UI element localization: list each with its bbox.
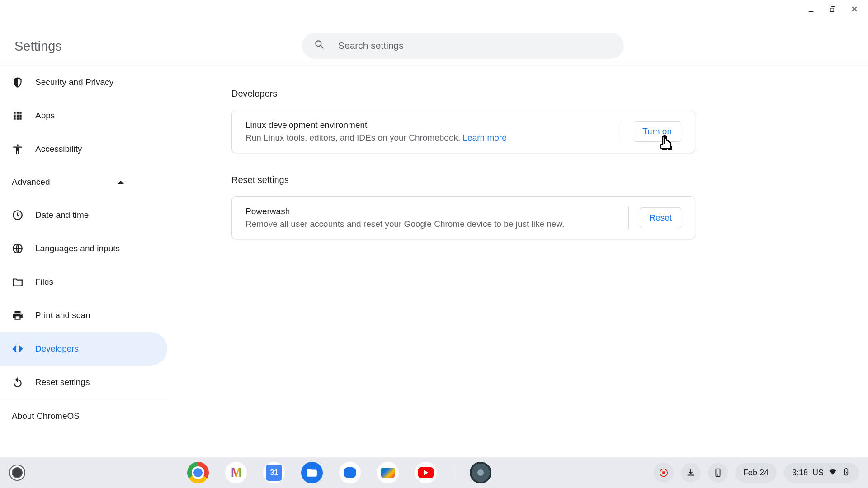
accessibility-icon bbox=[12, 143, 24, 155]
shelf-app-chrome[interactable] bbox=[187, 462, 209, 483]
shelf-app-files[interactable] bbox=[301, 462, 323, 483]
battery-icon bbox=[842, 467, 851, 479]
sidebar-item-date-time[interactable]: Date and time bbox=[0, 198, 167, 232]
window-controls bbox=[807, 5, 859, 14]
globe-icon bbox=[12, 243, 24, 254]
learn-more-link[interactable]: Learn more bbox=[463, 133, 507, 142]
sidebar-item-print-scan[interactable]: Print and scan bbox=[0, 299, 167, 332]
sidebar-item-label: Security and Privacy bbox=[35, 77, 113, 87]
linux-card-title: Linux development environment bbox=[245, 120, 507, 130]
top-bar: Settings bbox=[0, 0, 868, 65]
minimize-button[interactable] bbox=[807, 5, 816, 14]
reset-heading: Reset settings bbox=[231, 175, 695, 185]
downloads-tray-icon[interactable] bbox=[681, 463, 701, 483]
about-label: About ChromeOS bbox=[12, 411, 80, 421]
linux-subtitle-text: Run Linux tools, editors, and IDEs on yo… bbox=[245, 133, 463, 142]
sidebar-item-label: Date and time bbox=[35, 210, 89, 220]
reset-icon bbox=[12, 376, 24, 388]
sidebar-advanced-toggle[interactable]: Advanced bbox=[0, 166, 167, 198]
screen-record-indicator[interactable] bbox=[654, 463, 674, 483]
card-text-block: Powerwash Remove all user accounts and r… bbox=[245, 206, 564, 229]
card-divider bbox=[628, 206, 629, 229]
shelf-time: 3:18 bbox=[792, 468, 808, 478]
powerwash-card: Powerwash Remove all user accounts and r… bbox=[231, 196, 695, 239]
shelf-locale: US bbox=[812, 468, 824, 478]
sidebar-item-label: Files bbox=[35, 277, 53, 287]
folder-icon bbox=[12, 276, 24, 288]
wifi-icon bbox=[828, 467, 837, 479]
search-icon bbox=[314, 39, 326, 52]
shelf-right: Feb 24 3:18 US bbox=[654, 463, 859, 483]
launcher-button[interactable] bbox=[9, 465, 25, 481]
sidebar-item-apps[interactable]: Apps bbox=[0, 99, 167, 132]
main-content: Developers Linux development environment… bbox=[231, 81, 695, 261]
sidebar-item-languages[interactable]: Languages and inputs bbox=[0, 232, 167, 265]
developers-heading: Developers bbox=[231, 89, 695, 99]
linux-card-subtitle: Run Linux tools, editors, and IDEs on yo… bbox=[245, 133, 507, 143]
advanced-label: Advanced bbox=[12, 177, 50, 187]
sidebar-item-about-chromeos[interactable]: About ChromeOS bbox=[0, 399, 167, 433]
sidebar-item-label: Print and scan bbox=[35, 310, 90, 320]
code-icon bbox=[12, 343, 24, 355]
chevron-up-icon bbox=[118, 181, 124, 184]
svg-rect-3 bbox=[662, 471, 665, 474]
turn-on-button[interactable]: Turn on bbox=[633, 121, 681, 142]
card-divider bbox=[622, 120, 622, 143]
shelf-app-meet[interactable] bbox=[377, 462, 399, 483]
sidebar-item-developers[interactable]: Developers bbox=[0, 332, 167, 366]
shelf-app-settings[interactable] bbox=[470, 462, 491, 483]
close-button[interactable] bbox=[850, 5, 859, 14]
shelf-app-messages[interactable] bbox=[339, 462, 361, 483]
apps-icon bbox=[12, 110, 24, 122]
linux-dev-card: Linux development environment Run Linux … bbox=[231, 110, 695, 153]
search-container[interactable] bbox=[302, 33, 624, 59]
shelf-apps bbox=[187, 462, 491, 483]
powerwash-title: Powerwash bbox=[245, 206, 564, 216]
sidebar-item-label: Apps bbox=[35, 111, 55, 121]
sidebar-item-label: Accessibility bbox=[35, 144, 82, 154]
shelf: Feb 24 3:18 US bbox=[0, 457, 868, 488]
card-text-block: Linux development environment Run Linux … bbox=[245, 120, 507, 143]
sidebar-item-label: Developers bbox=[35, 344, 79, 354]
sidebar: Security and Privacy Apps Accessibility … bbox=[0, 65, 167, 457]
sidebar-item-security-privacy[interactable]: Security and Privacy bbox=[0, 66, 167, 99]
reset-button[interactable]: Reset bbox=[640, 207, 681, 228]
shelf-app-youtube[interactable] bbox=[415, 462, 437, 483]
sidebar-item-accessibility[interactable]: Accessibility bbox=[0, 132, 167, 166]
shelf-date: Feb 24 bbox=[743, 468, 769, 478]
shield-icon bbox=[12, 76, 24, 88]
maximize-button[interactable] bbox=[828, 5, 837, 14]
date-pill[interactable]: Feb 24 bbox=[735, 463, 777, 483]
status-tray[interactable]: 3:18 US bbox=[784, 463, 859, 483]
sidebar-item-reset-settings[interactable]: Reset settings bbox=[0, 366, 167, 399]
clock-icon bbox=[12, 209, 24, 221]
shelf-app-calendar[interactable] bbox=[263, 462, 285, 483]
powerwash-subtitle: Remove all user accounts and reset your … bbox=[245, 219, 564, 229]
shelf-app-gmail[interactable] bbox=[225, 462, 247, 483]
sidebar-item-label: Languages and inputs bbox=[35, 244, 120, 253]
sidebar-item-label: Reset settings bbox=[35, 377, 90, 387]
phone-hub-icon[interactable] bbox=[708, 463, 728, 483]
printer-icon bbox=[12, 310, 24, 321]
shelf-divider bbox=[453, 465, 453, 481]
sidebar-item-files[interactable]: Files bbox=[0, 265, 167, 299]
page-title: Settings bbox=[14, 39, 62, 54]
search-input[interactable] bbox=[338, 40, 612, 51]
